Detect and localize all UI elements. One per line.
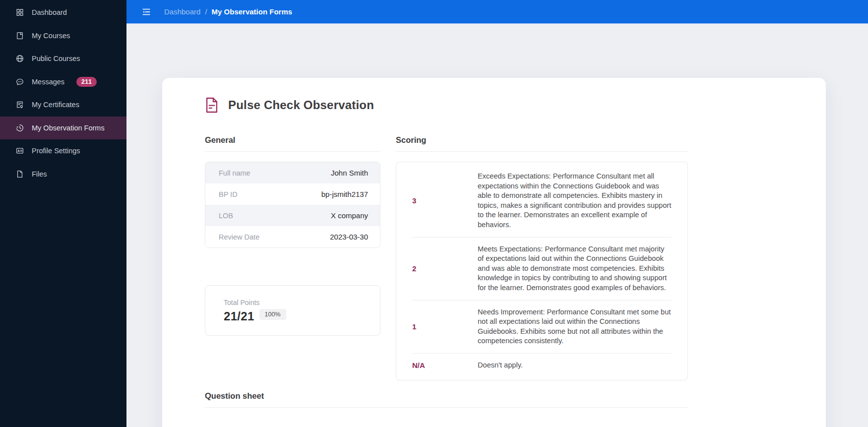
general-heading: General: [205, 135, 380, 152]
sidebar-item-label: Public Courses: [32, 55, 80, 62]
scoring-legend-card: 3 Exceeds Expectations: Performance Cons…: [396, 162, 688, 380]
field-label: Full name: [219, 169, 250, 177]
clock-icon: [15, 123, 24, 132]
sidebar-item-files[interactable]: Files: [0, 163, 126, 186]
form-columns: General Full name John Smith BP ID bp-js…: [205, 135, 688, 380]
total-points-card: Total Points 21/21 100%: [205, 285, 380, 336]
scoring-row: N/A Doesn't apply.: [412, 354, 672, 377]
sidebar-item-my-courses[interactable]: My Courses: [0, 24, 126, 48]
dashboard-icon: [15, 8, 24, 17]
app-window: Dashboard My Courses Public Courses Mess…: [0, 0, 868, 427]
sidebar-item-my-certificates[interactable]: My Certificates: [0, 93, 126, 117]
main-column: Dashboard / My Observation Forms Pulse C…: [126, 0, 868, 427]
messages-count-badge: 211: [76, 77, 97, 87]
content-area: Pulse Check Observation General Full nam…: [126, 24, 868, 427]
score-value: N/A: [412, 361, 478, 369]
question-sheet-heading: Question sheet: [205, 391, 688, 408]
total-points-value: 21/21: [224, 309, 254, 323]
score-description: Exceeds Expectations: Performance Consul…: [478, 172, 672, 230]
field-value: X company: [331, 211, 368, 220]
scoring-row: 2 Meets Expectations: Performance Consul…: [412, 238, 672, 301]
score-value: 2: [412, 264, 478, 273]
sidebar-item-label: Profile Settings: [32, 147, 80, 155]
breadcrumb-dashboard-link[interactable]: Dashboard: [164, 7, 200, 16]
certificate-icon: [15, 100, 24, 109]
table-row: Full name John Smith: [205, 162, 380, 183]
document-icon: [205, 97, 219, 114]
sidebar-item-profile-settings[interactable]: Profile Settings: [0, 139, 126, 163]
sidebar-item-label: Files: [32, 170, 47, 178]
sidebar-item-my-observation-forms[interactable]: My Observation Forms: [0, 117, 126, 140]
sidebar-item-label: Dashboard: [32, 8, 67, 16]
score-value: 3: [412, 196, 478, 205]
sidebar-item-label: My Courses: [32, 32, 70, 40]
total-points-line: 21/21 100%: [224, 309, 380, 323]
score-description: Meets Expectations: Performance Consulta…: [478, 244, 672, 293]
chat-bubble-icon: [15, 77, 24, 86]
scoring-row: 3 Exceeds Expectations: Performance Cons…: [412, 165, 672, 238]
table-row: BP ID bp-jsmith2137: [205, 183, 380, 205]
breadcrumb-separator: /: [205, 7, 207, 16]
id-card-icon: [15, 146, 24, 155]
globe-icon: [15, 54, 24, 63]
field-value: bp-jsmith2137: [321, 190, 368, 198]
general-info-table: Full name John Smith BP ID bp-jsmith2137…: [205, 162, 380, 248]
score-description: Doesn't apply.: [478, 361, 672, 370]
total-points-label: Total Points: [224, 299, 380, 306]
table-row: Review Date 2023-03-30: [205, 226, 380, 247]
table-row: LOB X company: [205, 205, 380, 226]
general-column: General Full name John Smith BP ID bp-js…: [205, 135, 380, 380]
field-label: Review Date: [219, 233, 259, 241]
sidebar-item-label: My Certificates: [32, 101, 79, 109]
field-label: LOB: [219, 212, 233, 220]
field-value: John Smith: [331, 169, 368, 177]
sidebar-item-public-courses[interactable]: Public Courses: [0, 47, 126, 70]
field-value: 2023-03-30: [330, 233, 368, 241]
field-label: BP ID: [219, 190, 238, 198]
course-book-icon: [15, 31, 24, 40]
sidebar-item-dashboard[interactable]: Dashboard: [0, 1, 126, 24]
page-title: Pulse Check Observation: [228, 98, 374, 112]
sidebar-item-messages[interactable]: Messages 211: [0, 70, 126, 94]
sidebar: Dashboard My Courses Public Courses Mess…: [0, 0, 126, 427]
sidebar-item-label: Messages: [32, 78, 64, 86]
breadcrumb: Dashboard / My Observation Forms: [164, 7, 292, 16]
topbar: Dashboard / My Observation Forms: [126, 0, 868, 24]
total-points-percent-badge: 100%: [259, 309, 286, 320]
breadcrumb-current-page: My Observation Forms: [212, 7, 293, 16]
file-icon: [15, 170, 24, 179]
menu-fold-icon[interactable]: [141, 7, 151, 17]
scoring-row: 1 Needs Improvement: Performance Consult…: [412, 301, 672, 354]
sidebar-item-label: My Observation Forms: [32, 124, 105, 132]
observation-form-card: Pulse Check Observation General Full nam…: [162, 78, 826, 427]
score-value: 1: [412, 322, 478, 331]
form-title-row: Pulse Check Observation: [205, 97, 826, 114]
score-description: Needs Improvement: Performance Consultan…: [478, 307, 672, 346]
scoring-heading: Scoring: [396, 135, 688, 152]
scoring-column: Scoring 3 Exceeds Expectations: Performa…: [396, 135, 688, 380]
